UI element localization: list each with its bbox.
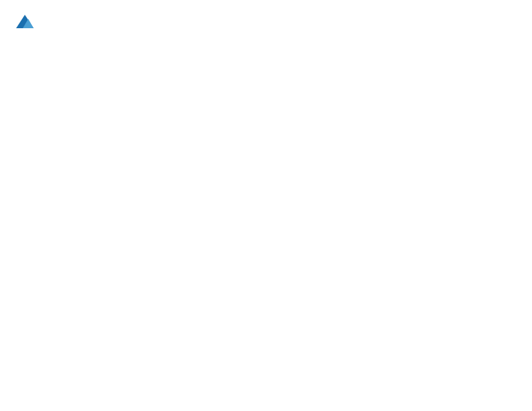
logo [13, 13, 35, 37]
logo-icon [15, 13, 35, 34]
header [13, 13, 519, 37]
